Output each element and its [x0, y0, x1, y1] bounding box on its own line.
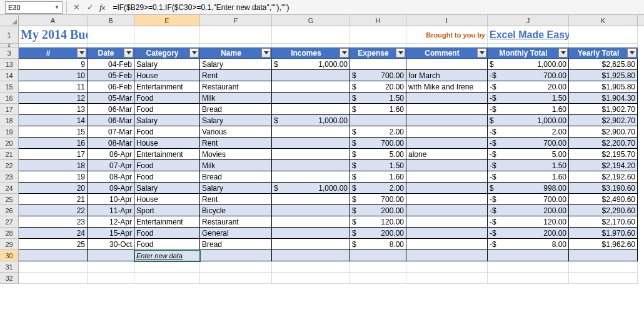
- cell-income[interactable]: [272, 194, 350, 205]
- cell-date[interactable]: 15-Apr: [88, 228, 134, 239]
- col-header-number[interactable]: #: [19, 48, 88, 59]
- cell[interactable]: [272, 261, 350, 273]
- col-header-expense[interactable]: Expense: [350, 48, 406, 59]
- cell-monthly[interactable]: $1,000.00: [488, 59, 569, 70]
- cell-yearly[interactable]: $2,192.60: [569, 171, 638, 183]
- cell-date[interactable]: 04-Feb: [88, 59, 134, 70]
- cell-income[interactable]: [272, 239, 350, 250]
- cell[interactable]: [19, 250, 88, 261]
- cell-name[interactable]: Movies: [200, 149, 272, 160]
- column-header[interactable]: A: [19, 15, 88, 26]
- cell-number[interactable]: 14: [19, 115, 88, 126]
- cell-yearly[interactable]: $2,290.60: [569, 205, 638, 216]
- cell[interactable]: [569, 26, 638, 44]
- cell[interactable]: [406, 250, 488, 261]
- cell-income[interactable]: [272, 205, 350, 216]
- cell-yearly[interactable]: $3,190.60: [569, 183, 638, 194]
- row-header[interactable]: 22: [0, 160, 19, 171]
- cell[interactable]: [134, 26, 200, 44]
- filter-icon[interactable]: [558, 48, 568, 58]
- cell-comment[interactable]: [406, 228, 488, 239]
- filter-icon[interactable]: [189, 48, 199, 58]
- col-header-category[interactable]: Category: [134, 48, 200, 59]
- cell-income[interactable]: [272, 138, 350, 149]
- cell-monthly[interactable]: $1,000.00: [488, 115, 569, 126]
- cell-expense[interactable]: [350, 59, 406, 70]
- cell-income[interactable]: $1,000.00: [272, 59, 350, 70]
- cell[interactable]: [272, 273, 350, 284]
- cell-number[interactable]: 17: [19, 149, 88, 160]
- cell-comment[interactable]: [406, 194, 488, 205]
- row-header[interactable]: 28: [0, 228, 19, 239]
- cell[interactable]: [200, 273, 272, 284]
- cell-number[interactable]: 19: [19, 171, 88, 183]
- cell-income[interactable]: [272, 126, 350, 138]
- cell[interactable]: [19, 273, 88, 284]
- cell-category[interactable]: Salary: [134, 183, 200, 194]
- cell-comment[interactable]: [406, 216, 488, 228]
- cell-category[interactable]: Food: [134, 228, 200, 239]
- row-header[interactable]: 32: [0, 273, 19, 284]
- column-header[interactable]: K: [569, 15, 638, 26]
- cell-yearly[interactable]: $2,625.80: [569, 59, 638, 70]
- cell-monthly[interactable]: -$20.00: [488, 81, 569, 93]
- cell-category[interactable]: House: [134, 70, 200, 81]
- cell-date[interactable]: 05-Feb: [88, 70, 134, 81]
- row-header[interactable]: 24: [0, 183, 19, 194]
- cell-expense[interactable]: $200.00: [350, 205, 406, 216]
- col-header-monthly[interactable]: Monthly Total: [488, 48, 569, 59]
- cell-category[interactable]: House: [134, 138, 200, 149]
- cell-category[interactable]: Salary: [134, 115, 200, 126]
- cell-monthly[interactable]: -$8.00: [488, 239, 569, 250]
- cell-yearly[interactable]: $2,200.70: [569, 138, 638, 149]
- excel-made-easy-link[interactable]: Excel Made Easy: [488, 26, 569, 44]
- filter-icon[interactable]: [261, 48, 271, 58]
- cell-monthly[interactable]: -$2.00: [488, 126, 569, 138]
- cell-monthly[interactable]: -$700.00: [488, 70, 569, 81]
- cell-number[interactable]: 23: [19, 216, 88, 228]
- cell-expense[interactable]: $5.00: [350, 149, 406, 160]
- filter-icon[interactable]: [77, 48, 86, 58]
- cell-comment[interactable]: [406, 126, 488, 138]
- cell-yearly[interactable]: $1,970.60: [569, 228, 638, 239]
- brought-to-you-cell[interactable]: Brought to you by: [406, 26, 488, 44]
- cell-name[interactable]: Salary: [200, 59, 272, 70]
- col-header-yearly[interactable]: Yearly Total: [569, 48, 638, 59]
- cell[interactable]: [350, 26, 406, 44]
- cell-monthly[interactable]: -$700.00: [488, 138, 569, 149]
- cell[interactable]: [406, 261, 488, 273]
- cell-date[interactable]: 08-Apr: [88, 171, 134, 183]
- row-header[interactable]: 29: [0, 239, 19, 250]
- cell-monthly[interactable]: $998.00: [488, 183, 569, 194]
- row-header[interactable]: 1: [0, 26, 19, 44]
- row-header[interactable]: 31: [0, 261, 19, 273]
- active-cell[interactable]: Enter new data: [134, 250, 200, 261]
- cell-monthly[interactable]: -$120.00: [488, 216, 569, 228]
- cell-category[interactable]: Food: [134, 126, 200, 138]
- cell-comment[interactable]: alone: [406, 149, 488, 160]
- cell-expense[interactable]: [350, 115, 406, 126]
- cell-name[interactable]: Various: [200, 126, 272, 138]
- cell-name[interactable]: Rent: [200, 138, 272, 149]
- column-header[interactable]: J: [488, 15, 569, 26]
- cell-date[interactable]: 06-Apr: [88, 149, 134, 160]
- cell-yearly[interactable]: $2,902.70: [569, 115, 638, 126]
- cell[interactable]: [88, 273, 134, 284]
- cell-income[interactable]: [272, 228, 350, 239]
- cell-category[interactable]: Entertainment: [134, 216, 200, 228]
- cell[interactable]: [19, 261, 88, 273]
- cell-income[interactable]: $1,000.00: [272, 183, 350, 194]
- cell-date[interactable]: 11-Apr: [88, 205, 134, 216]
- cell-monthly[interactable]: -$5.00: [488, 149, 569, 160]
- cell-income[interactable]: [272, 104, 350, 115]
- cell-category[interactable]: Food: [134, 93, 200, 104]
- cell[interactable]: [350, 250, 406, 261]
- column-header[interactable]: E: [134, 15, 200, 26]
- cell[interactable]: [88, 250, 134, 261]
- cell-income[interactable]: [272, 81, 350, 93]
- cell-date[interactable]: 06-Feb: [88, 81, 134, 93]
- row-header[interactable]: 19: [0, 126, 19, 138]
- cell-name[interactable]: Milk: [200, 93, 272, 104]
- row-header[interactable]: 26: [0, 205, 19, 216]
- cell-income[interactable]: [272, 216, 350, 228]
